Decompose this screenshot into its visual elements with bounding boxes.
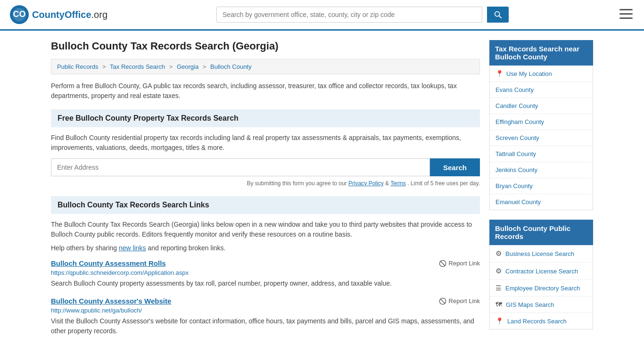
emanuel-county-link[interactable]: Emanuel County bbox=[495, 198, 541, 206]
sidebar-nearby-list: 📍 Use My Location Evans County Candler C… bbox=[489, 66, 593, 210]
svg-rect-6 bbox=[619, 13, 633, 15]
sidebar-public-land-records[interactable]: 📍 Land Records Search bbox=[490, 313, 593, 329]
sidebar-public-records-list: ⚙ Business License Search ⚙ Contractor L… bbox=[489, 245, 593, 329]
sidebar-item-effingham[interactable]: Effingham County bbox=[490, 114, 593, 130]
business-license-search-link[interactable]: Business License Search bbox=[505, 250, 574, 257]
jenkins-county-link[interactable]: Jenkins County bbox=[495, 166, 537, 173]
sidebar-item-screven[interactable]: Screven County bbox=[490, 130, 593, 146]
breadcrumb: Public Records > Tax Records Search > Ge… bbox=[51, 59, 480, 74]
main-layout: Bulloch County Tax Records Search (Georg… bbox=[44, 31, 600, 355]
search-icon bbox=[494, 10, 502, 19]
contractor-license-search-link[interactable]: Contractor License Search bbox=[505, 268, 578, 275]
svg-line-11 bbox=[440, 299, 445, 303]
sidebar-public-records-header: Bulloch County Public Records bbox=[489, 220, 593, 245]
hamburger-icon bbox=[619, 9, 633, 19]
breadcrumb-georgia[interactable]: Georgia bbox=[177, 63, 198, 70]
logo-text: CountyOffice.org bbox=[32, 9, 107, 20]
sidebar-nearby-header: Tax Records Search near Bulloch County bbox=[489, 40, 593, 66]
link-item-header: Bulloch County Assessment Rolls Report L… bbox=[51, 259, 480, 267]
link-item-title[interactable]: Bulloch County Assessment Rolls bbox=[51, 259, 166, 267]
hamburger-button[interactable] bbox=[618, 7, 635, 23]
terms-link[interactable]: Terms bbox=[390, 180, 406, 187]
gear-icon-business: ⚙ bbox=[495, 249, 502, 258]
sidebar-public-gis-maps[interactable]: 🗺 GIS Maps Search bbox=[490, 296, 593, 313]
sidebar-item-evans[interactable]: Evans County bbox=[490, 82, 593, 98]
sidebar-public-employee-directory[interactable]: ☰ Employee Directory Search bbox=[490, 280, 593, 296]
link-item-description-2: Visit the Bulloch County Assessor's webs… bbox=[51, 316, 480, 336]
link-item-url-2: http://www.qpublic.net/ga/bulloch/ bbox=[51, 307, 480, 314]
employee-directory-search-link[interactable]: Employee Directory Search bbox=[505, 285, 580, 292]
report-icon-2 bbox=[439, 297, 446, 305]
breadcrumb-tax-records[interactable]: Tax Records Search bbox=[110, 63, 165, 70]
evans-county-link[interactable]: Evans County bbox=[495, 86, 534, 93]
bryan-county-link[interactable]: Bryan County bbox=[495, 182, 533, 189]
sidebar-nearby-section: Tax Records Search near Bulloch County 📍… bbox=[489, 40, 593, 210]
location-pin-icon: 📍 bbox=[495, 70, 504, 77]
form-disclaimer: By submitting this form you agree to our… bbox=[51, 180, 480, 187]
svg-rect-7 bbox=[619, 17, 633, 19]
report-link-button-2[interactable]: Report Link bbox=[439, 297, 480, 305]
header: CO CountyOffice.org bbox=[0, 0, 644, 31]
sidebar-public-business-license[interactable]: ⚙ Business License Search bbox=[490, 245, 593, 263]
tattnall-county-link[interactable]: Tattnall County bbox=[495, 150, 536, 157]
link-item-description: Search Bulloch County property assessmen… bbox=[51, 279, 480, 288]
svg-line-9 bbox=[440, 261, 445, 265]
link-item: Bulloch County Assessment Rolls Report L… bbox=[51, 259, 480, 288]
land-records-search-link[interactable]: Land Records Search bbox=[507, 318, 567, 325]
property-search-section: Free Bulloch County Property Tax Records… bbox=[51, 109, 480, 187]
svg-rect-5 bbox=[619, 9, 633, 10]
share-text: Help others by sharing new links and rep… bbox=[51, 244, 480, 252]
breadcrumb-bulloch-county[interactable]: Bulloch County bbox=[210, 63, 251, 70]
new-links-link[interactable]: new links bbox=[119, 244, 146, 252]
screven-county-link[interactable]: Screven County bbox=[495, 134, 539, 141]
sidebar-item-bryan[interactable]: Bryan County bbox=[490, 178, 593, 194]
content-area: Bulloch County Tax Records Search (Georg… bbox=[51, 40, 480, 346]
list-icon-employee: ☰ bbox=[495, 284, 502, 292]
sidebar-item-tattnall[interactable]: Tattnall County bbox=[490, 146, 593, 162]
address-form: Search bbox=[51, 158, 480, 176]
links-section-header: Bulloch County Tax Records Search Links bbox=[51, 196, 480, 214]
logo-icon: CO bbox=[9, 5, 29, 25]
candler-county-link[interactable]: Candler County bbox=[495, 102, 538, 109]
sidebar-public-contractor-license[interactable]: ⚙ Contractor License Search bbox=[490, 263, 593, 280]
privacy-policy-link[interactable]: Privacy Policy bbox=[348, 180, 384, 187]
report-link-button-1[interactable]: Report Link bbox=[439, 260, 480, 267]
link-item: Bulloch County Assessor's Website Report… bbox=[51, 297, 480, 336]
sidebar-use-location[interactable]: 📍 Use My Location bbox=[490, 66, 593, 82]
report-icon bbox=[439, 260, 446, 267]
page-description: Perform a free Bulloch County, GA public… bbox=[51, 81, 480, 101]
link-item-url: https://qpublic.schneidercorp.com/Applic… bbox=[51, 269, 480, 276]
page-title: Bulloch County Tax Records Search (Georg… bbox=[51, 40, 480, 52]
link-item-title-2[interactable]: Bulloch County Assessor's Website bbox=[51, 297, 171, 305]
use-my-location-link[interactable]: Use My Location bbox=[506, 70, 552, 77]
sidebar-item-emanuel[interactable]: Emanuel County bbox=[490, 194, 593, 210]
link-item-header: Bulloch County Assessor's Website Report… bbox=[51, 297, 480, 305]
svg-line-4 bbox=[499, 16, 501, 18]
sidebar-item-jenkins[interactable]: Jenkins County bbox=[490, 162, 593, 178]
address-input[interactable] bbox=[51, 158, 430, 176]
effingham-county-link[interactable]: Effingham County bbox=[495, 118, 544, 125]
breadcrumb-public-records[interactable]: Public Records bbox=[57, 63, 98, 70]
gis-maps-search-link[interactable]: GIS Maps Search bbox=[506, 301, 554, 308]
property-search-header: Free Bulloch County Property Tax Records… bbox=[51, 109, 480, 127]
map-icon-gis: 🗺 bbox=[495, 301, 502, 308]
sidebar: Tax Records Search near Bulloch County 📍… bbox=[489, 40, 593, 346]
property-search-description: Find Bulloch County residential property… bbox=[51, 133, 480, 153]
svg-text:CO: CO bbox=[13, 9, 26, 19]
header-search-area bbox=[216, 7, 509, 23]
address-search-button[interactable]: Search bbox=[430, 158, 480, 176]
header-search-button[interactable] bbox=[487, 7, 509, 23]
sidebar-public-records-section: Bulloch County Public Records ⚙ Business… bbox=[489, 220, 593, 329]
links-description: The Bulloch County Tax Records Search (G… bbox=[51, 220, 480, 239]
links-section: Bulloch County Tax Records Search Links … bbox=[51, 196, 480, 336]
sidebar-item-candler[interactable]: Candler County bbox=[490, 98, 593, 114]
gear-icon-contractor: ⚙ bbox=[495, 267, 502, 275]
logo[interactable]: CO CountyOffice.org bbox=[9, 5, 107, 25]
header-search-input[interactable] bbox=[216, 7, 482, 23]
pin-icon-land: 📍 bbox=[495, 317, 504, 325]
